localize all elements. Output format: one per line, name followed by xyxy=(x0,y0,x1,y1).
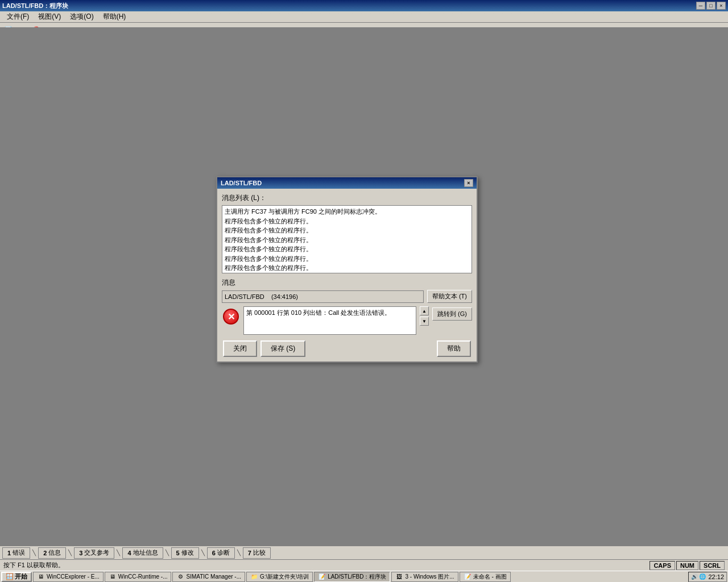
tab-info[interactable]: 2 信息 xyxy=(38,547,66,559)
close-button[interactable]: × xyxy=(717,2,726,10)
folder-icon: 📁 xyxy=(250,573,258,581)
list-item[interactable]: 程序段包含多个独立的程序行。 xyxy=(225,263,469,273)
error-dialog: LAD/STL/FBD × 消息列表 (L)： 主调用方 FC37 与被调用方 … xyxy=(216,176,478,363)
error-icon-area: ✕ xyxy=(222,306,240,325)
start-button[interactable]: 🪟 开始 xyxy=(1,572,32,582)
list-item[interactable]: 程序段包含多个独立的程序行。 xyxy=(225,254,469,264)
scroll-up-button[interactable]: ▲ xyxy=(420,306,429,315)
status-tabs: 1 错误 ╲ 2 信息 ╲ 3 交叉参考 ╲ 4 地址信息 ╲ 5 修改 ╲ 6… xyxy=(0,546,728,559)
taskbar-item-picture[interactable]: 🖼 3 - Windows 图片... xyxy=(391,572,458,582)
num-indicator: NUM xyxy=(676,561,698,570)
help-dialog-button[interactable]: 帮助 xyxy=(437,340,471,357)
list-item[interactable]: 主调用方 FC37 与被调用方 FC90 之间的时间标志冲突。 xyxy=(225,207,469,217)
taskbar-item-folder[interactable]: 📁 G:\新建文件夹\培训 xyxy=(246,572,313,582)
runtime-icon: 🖥 xyxy=(109,573,117,581)
message-section: 消息 帮助文本 (T) ✕ 第 000001 行第 010 列出错：Call 处… xyxy=(222,278,472,335)
wincc-icon: 🖥 xyxy=(37,573,45,581)
status-indicators: CAPS NUM SCRL xyxy=(650,561,725,570)
taskbar: 🪟 开始 🖥 WinCCExplorer - E... 🖥 WinCC-Runt… xyxy=(0,571,728,582)
taskbar-item-simatic[interactable]: ⚙ SIMATIC Manager -... xyxy=(172,572,245,582)
scroll-buttons: ▲ ▼ xyxy=(420,306,429,326)
message-text-area[interactable]: 第 000001 行第 010 列出错：Call 处发生语法错误。 xyxy=(243,306,416,335)
dialog-close-icon[interactable]: × xyxy=(464,179,473,187)
app-title: LAD/STL/FBD：程序块 xyxy=(2,2,696,10)
list-item[interactable]: 程序段包含多个独立的程序行。 xyxy=(225,244,469,254)
caps-indicator: CAPS xyxy=(650,561,675,570)
message-id-input[interactable] xyxy=(222,290,424,303)
taskbar-item-winccruntime[interactable]: 🖥 WinCC-Runtime -... xyxy=(105,572,172,582)
list-item[interactable]: 程序段包含多个独立的程序行。 xyxy=(225,226,469,235)
taskbar-item-lad[interactable]: 📝 LAD/STL/FBD：程序块 xyxy=(314,572,390,582)
dialog-title: LAD/STL/FBD xyxy=(221,180,464,186)
message-id-row: 帮助文本 (T) xyxy=(222,290,472,303)
list-item[interactable]: 程序段包含多个独立的程序行。 xyxy=(225,217,469,226)
paint-icon: 📝 xyxy=(464,573,471,581)
clock: 22:12 xyxy=(708,573,724,580)
list-item[interactable]: 第 000002 行第 000 列出错：语句正在等待地址. xyxy=(225,273,469,274)
tab-address[interactable]: 4 地址信息 xyxy=(122,547,163,559)
window-controls: ─ □ × xyxy=(696,2,726,10)
dialog-buttons: 关闭 保存 (S) 帮助 xyxy=(222,340,472,357)
menu-view[interactable]: 视图(V) xyxy=(34,11,65,23)
menu-file[interactable]: 文件(F) xyxy=(2,11,34,23)
taskbar-item-winccexplorer[interactable]: 🖥 WinCCExplorer - E... xyxy=(33,572,104,582)
status-help-text: 按下 F1 以获取帮助。 xyxy=(3,561,650,569)
scroll-down-button[interactable]: ▼ xyxy=(420,317,429,326)
taskbar-right: 🔊 🌐 22:12 xyxy=(688,572,727,582)
close-dialog-button[interactable]: 关闭 xyxy=(223,340,257,357)
tray-icons: 🔊 🌐 xyxy=(691,573,706,580)
message-detail-label: 消息 xyxy=(222,278,472,288)
title-bar: LAD/STL/FBD：程序块 ─ □ × xyxy=(0,0,728,11)
tab-crossref[interactable]: 3 交叉参考 xyxy=(74,547,114,559)
message-body-row: ✕ 第 000001 行第 010 列出错：Call 处发生语法错误。 ▲ ▼ … xyxy=(222,306,472,335)
status-bar: 按下 F1 以获取帮助。 CAPS NUM SCRL xyxy=(0,559,728,571)
message-list[interactable]: 主调用方 FC37 与被调用方 FC90 之间的时间标志冲突。 程序段包含多个独… xyxy=(222,205,472,273)
menu-help[interactable]: 帮助(H) xyxy=(98,11,131,23)
jump-to-button[interactable]: 跳转到 (G) xyxy=(432,307,472,321)
maximize-button[interactable]: □ xyxy=(706,2,715,10)
tab-diagnostics[interactable]: 6 诊断 xyxy=(207,547,235,559)
tab-errors[interactable]: 1 错误 xyxy=(2,547,30,559)
picture-icon: 🖼 xyxy=(395,573,403,581)
minimize-button[interactable]: ─ xyxy=(696,2,705,10)
help-text-button[interactable]: 帮助文本 (T) xyxy=(427,290,472,303)
menu-bar: 文件(F) 视图(V) 选项(O) 帮助(H) xyxy=(0,11,728,23)
error-icon: ✕ xyxy=(223,309,239,325)
start-icon: 🪟 xyxy=(6,573,14,580)
tab-compare[interactable]: 7 比较 xyxy=(243,547,271,559)
system-tray: 🔊 🌐 22:12 xyxy=(688,572,727,582)
simatic-icon: ⚙ xyxy=(176,573,184,581)
dialog-title-bar: LAD/STL/FBD × xyxy=(217,177,477,189)
left-buttons: 关闭 保存 (S) xyxy=(223,340,305,357)
menu-options[interactable]: 选项(O) xyxy=(65,11,98,23)
list-item[interactable]: 程序段包含多个独立的程序行。 xyxy=(225,235,469,245)
scrl-indicator: SCRL xyxy=(700,561,725,570)
message-list-label: 消息列表 (L)： xyxy=(222,193,472,203)
taskbar-item-paint[interactable]: 📝 未命名 - 画图 xyxy=(460,572,511,582)
tab-modify[interactable]: 5 修改 xyxy=(171,547,199,559)
save-button[interactable]: 保存 (S) xyxy=(260,340,305,357)
lad-icon: 📝 xyxy=(318,573,326,581)
dialog-body: 消息列表 (L)： 主调用方 FC37 与被调用方 FC90 之间的时间标志冲突… xyxy=(217,189,477,361)
